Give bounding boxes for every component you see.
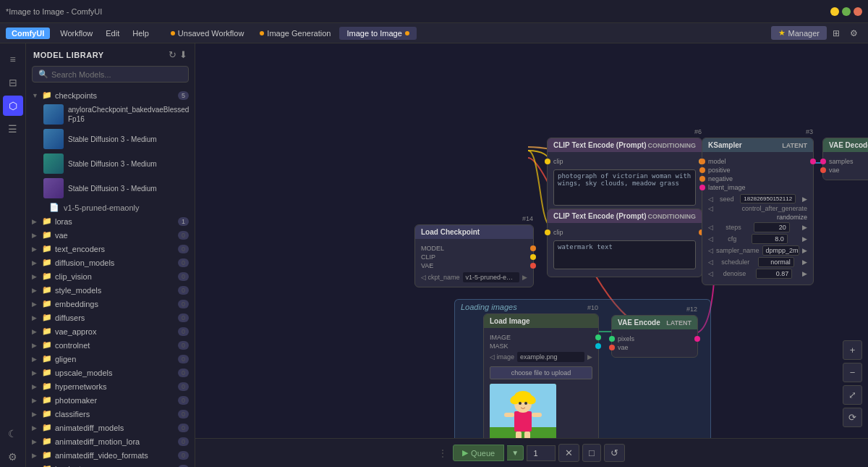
positive-prompt-text[interactable]: photograph of victorian woman with wings… [553,169,696,206]
port-latent-in[interactable] [699,185,705,190]
tree-item-clip-vision[interactable]: ▶ 📁 clip_vision 0 [26,269,195,283]
queue-dropdown[interactable]: ▼ [507,445,524,460]
model-item-sd3-2[interactable]: Stable Diffusion 3 - Medium [26,151,195,176]
menu-help[interactable]: Help [127,27,155,40]
tree-item-style-models[interactable]: ▶ 📁 style_models 0 [26,283,195,297]
param-cfg: ◁ cfg 8.0 ▶ [708,234,807,244]
node-vae-encode[interactable]: #12 VAE Encode LATENT pixels vae [611,315,698,358]
model-item-sd3-3[interactable]: Stable Diffusion 3 - Medium [26,176,195,201]
model-item-anylora[interactable]: anyloraCheckpoint_bakedvaeBlessed Fp16 [26,102,195,127]
node-body: clip watermark text [548,223,702,277]
zoom-out-button[interactable]: − [843,363,862,382]
minimize-button[interactable] [830,7,839,16]
reset-view-button[interactable]: ⟳ [843,408,862,427]
tree-item-ipadapter[interactable]: ▶ 📁 ipadapter 0 [26,462,195,467]
maximize-button[interactable] [842,7,851,16]
menu-edit[interactable]: Edit [100,27,125,40]
expand-icon: ▶ [32,218,39,225]
tree-item-diffusion-models[interactable]: ▶ 📁 diffusion_models 0 [26,256,195,269]
port-samples-in[interactable] [820,159,826,164]
node-ksampler[interactable]: #3 KSampler LATENT model positive negati… [702,138,814,285]
tree-item-upscale-models[interactable]: ▶ 📁 upscale_models 0 [26,366,195,379]
port-mask-out[interactable] [595,343,601,349]
refresh-icon[interactable]: ↻ [169,49,176,60]
tree-item-diffusers[interactable]: ▶ 📁 diffusers 0 [26,311,195,324]
download-icon[interactable]: ⬇ [179,49,187,60]
node-load-checkpoint[interactable]: #14 Load Checkpoint MODEL CLIP VAE [414,224,534,287]
tree-item-controlnet[interactable]: ▶ 📁 controlnet 0 [26,338,195,352]
queue-list-button[interactable]: □ [582,444,601,462]
refresh-button[interactable]: ↺ [604,444,625,462]
tree-item-embeddings[interactable]: ▶ 📁 embeddings 0 [26,297,195,311]
port-vae-out[interactable] [530,263,536,269]
zoom-in-button[interactable]: + [843,340,862,360]
node-clip-positive[interactable]: #6 CLIP Text Encode (Prompt) CONDITIONIN… [547,138,702,214]
puzzle-icon[interactable]: ⊞ [828,26,844,41]
port-latent-out[interactable] [810,159,816,164]
category-label: animatediff_models [55,424,124,432]
tab-image-generation[interactable]: Image Generation [252,27,338,40]
expand-icon: ▶ [32,328,39,335]
sidebar-icon-bookmarks[interactable]: ☰ [3,119,23,139]
sidebar-icon-search[interactable]: ⊟ [3,72,23,93]
canvas-area[interactable]: #14 Load Checkpoint MODEL CLIP VAE [195,43,868,467]
tree-item-gligen[interactable]: ▶ 📁 gligen 0 [26,352,195,366]
port-positive-in[interactable] [699,167,705,173]
search-input[interactable] [51,70,182,79]
port-clip-in[interactable] [545,159,550,164]
node-header: Load Image [484,314,598,328]
close-button[interactable] [854,7,862,16]
choose-file-button[interactable]: choose file to upload [490,366,592,379]
tree-item-vae[interactable]: ▶ 📁 vae 0 [26,228,195,242]
play-icon: ▶ [462,448,468,458]
count-badge: 0 [178,451,189,460]
file-item-v15[interactable]: 📄 v1-5-pruned-emaonly [26,201,195,214]
tree-item-animatediff-motion-lora[interactable]: ▶ 📁 animatediff_motion_lora 0 [26,434,195,448]
sidebar-icon-nightmode[interactable]: ☾ [3,424,23,444]
port-latent-out[interactable] [694,336,700,342]
model-thumbnail [43,178,64,198]
tab-image-to-image[interactable]: Image to Image [339,27,416,40]
port-model-in[interactable] [699,159,705,164]
port-positive: positive [708,167,807,174]
port-vae-in[interactable] [820,167,826,173]
tree-item-animatediff-models[interactable]: ▶ 📁 animatediff_models 0 [26,421,195,434]
port-clip-out[interactable] [530,254,536,260]
tree-item-text-encoders[interactable]: ▶ 📁 text_encoders 0 [26,242,195,256]
manager-button[interactable]: ★ Manager [771,26,827,40]
port-clip-in[interactable] [545,230,550,235]
port-latent: latent_image [708,184,807,191]
settings-icon[interactable]: ⚙ [846,26,862,41]
tree-item-animatediff-video-formats[interactable]: ▶ 📁 animatediff_video_formats 0 [26,448,195,462]
tree-item-checkpoints[interactable]: ▼ 📁 checkpoints 5 [26,88,195,102]
port-image-out[interactable] [595,335,601,340]
param-scheduler: ◁ scheduler normal ▶ [708,257,807,267]
port-negative-in[interactable] [699,176,705,182]
queue-count-input[interactable] [527,445,556,461]
sidebar-icon-models[interactable]: ⬡ [3,96,23,116]
tree-item-hypernetworks[interactable]: ▶ 📁 hypernetworks 0 [26,379,195,393]
sidebar-icon-workflow[interactable]: ≡ [3,49,23,70]
model-item-sd3-1[interactable]: Stable Diffusion 3 - Medium [26,127,195,151]
port-vae-in[interactable] [609,345,615,350]
category-label: photomaker [55,396,97,405]
port-pixels-in[interactable] [609,336,615,342]
tab-unsaved-workflow[interactable]: Unsaved Workflow [163,27,252,40]
queue-cancel-button[interactable]: ✕ [558,444,579,462]
tree-item-classifiers[interactable]: ▶ 📁 classifiers 0 [26,407,195,421]
queue-button[interactable]: ▶ Queue [453,445,504,461]
node-clip-negative[interactable]: CLIP Text Encode (Prompt) CONDITIONING c… [547,209,702,277]
fit-view-button[interactable]: ⤢ [843,385,862,405]
tree-item-loras[interactable]: ▶ 📁 loras 1 [26,214,195,228]
count-badge: 0 [178,314,189,322]
menubar: ComfyUI Workflow Edit Help Unsaved Workf… [0,23,868,43]
node-vae-decode[interactable]: #8 VAE Decode IMAGE samples vae [822,138,868,180]
menu-workflow[interactable]: Workflow [54,27,98,40]
tree-item-vae-approx[interactable]: ▶ 📁 vae_approx 0 [26,324,195,338]
node-load-image[interactable]: #10 Load Image IMAGE MASK ◁ image exampl… [483,314,599,456]
node-header: CLIP Text Encode (Prompt) CONDITIONING [548,209,702,223]
port-model-out[interactable] [530,245,536,251]
sidebar-icon-settings[interactable]: ⚙ [3,447,23,467]
tree-item-photomaker[interactable]: ▶ 📁 photomaker 0 [26,393,195,407]
negative-prompt-text[interactable]: watermark text [553,240,696,269]
